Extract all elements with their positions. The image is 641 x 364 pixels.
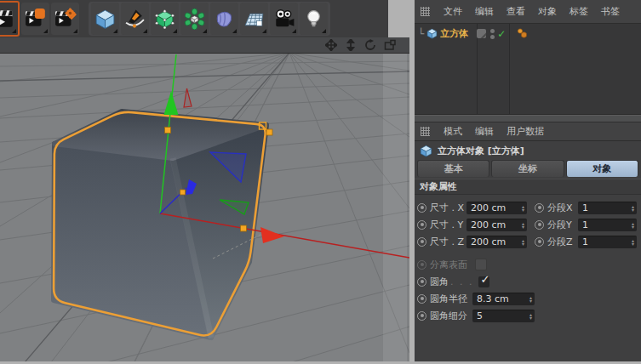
keyframe-knob[interactable] — [417, 220, 426, 230]
stepper-icon[interactable]: ▴▾ — [522, 222, 524, 229]
flyout-triangle — [173, 29, 177, 33]
handle-x[interactable] — [241, 225, 247, 231]
dolly-icon[interactable] — [345, 39, 357, 51]
add-deformer-button[interactable] — [210, 3, 238, 35]
keyframe-knob[interactable] — [535, 203, 544, 213]
panel-splitter[interactable] — [415, 115, 641, 122]
om-menu-tags[interactable]: 标签 — [569, 5, 588, 18]
size-y-field[interactable]: 200 cm ▴▾ — [466, 219, 527, 231]
keyframe-knob[interactable] — [417, 237, 426, 247]
add-array-button[interactable] — [180, 3, 209, 35]
add-spline-button[interactable] — [121, 3, 149, 35]
pen-icon — [124, 9, 146, 30]
handle-corner[interactable] — [266, 129, 272, 135]
fillet-subdivision-field[interactable]: 5 ▴▾ — [472, 310, 535, 322]
size-z-field[interactable]: 200 cm ▴▾ — [466, 236, 527, 248]
om-menu-edit[interactable]: 编辑 — [475, 5, 494, 18]
keyframe-knob[interactable] — [417, 311, 426, 321]
segments-x-field[interactable]: 1 ▴▾ — [578, 202, 637, 214]
flyout-triangle — [12, 29, 16, 33]
field-value: 200 cm — [471, 236, 522, 247]
om-menu-object[interactable]: 对象 — [538, 5, 557, 18]
am-menu-mode[interactable]: 模式 — [444, 125, 462, 138]
handle-y[interactable] — [165, 128, 171, 134]
add-cube-button[interactable] — [91, 3, 119, 35]
property-row-fillet-subdivision: 圆角细分 5 ▴▾ — [415, 307, 641, 324]
visibility-dots[interactable] — [490, 29, 495, 39]
add-camera-button[interactable] — [270, 3, 298, 35]
attribute-manager-menubar: 模式 编辑 用户数据 — [415, 122, 641, 141]
grip-icon[interactable] — [420, 6, 431, 17]
label-dots: . . . — [450, 276, 473, 287]
segments-y-field[interactable]: 1 ▴▾ — [578, 219, 637, 231]
viewport-canvas[interactable] — [0, 54, 409, 361]
field-value: 1 — [582, 236, 632, 247]
stepper-icon[interactable]: ▴▾ — [529, 313, 532, 320]
render-settings-button[interactable] — [51, 3, 79, 35]
stepper-icon[interactable]: ▴▾ — [529, 296, 532, 303]
segments-z-field[interactable]: 1 ▴▾ — [578, 236, 637, 248]
size-x-field[interactable]: 200 cm ▴▾ — [466, 202, 527, 214]
keyframe-knob[interactable] — [417, 294, 426, 304]
keyframe-knob[interactable] — [535, 220, 544, 230]
blue-cube-icon — [94, 9, 116, 30]
render-to-picture-viewer-button[interactable] — [21, 3, 49, 35]
keyframe-knob[interactable] — [417, 203, 426, 213]
property-label: 尺寸 . Z — [430, 236, 466, 248]
flyout-triangle — [232, 29, 237, 33]
axis-y-arrow[interactable] — [164, 91, 179, 115]
property-label: 分段Y — [547, 219, 578, 231]
stepper-icon[interactable]: ▴▾ — [522, 205, 524, 212]
keyframe-knob[interactable] — [535, 237, 544, 247]
object-tree[interactable]: └ 立方体 ✓ — [415, 24, 641, 115]
toggle-view-icon[interactable] — [384, 39, 396, 51]
object-manager-menubar: 文件 编辑 查看 对象 标签 书签 — [415, 0, 641, 24]
handle-z[interactable] — [180, 190, 186, 195]
pan-icon[interactable] — [325, 39, 337, 51]
section-title: 对象属性 — [420, 180, 457, 193]
object-name[interactable]: 立方体 — [440, 27, 468, 40]
stepper-icon[interactable]: ▴▾ — [632, 239, 634, 246]
section-object-properties[interactable]: 对象属性 — [415, 179, 641, 195]
stepper-icon[interactable]: ▴▾ — [522, 239, 524, 246]
property-label: 圆角半径 — [430, 293, 472, 305]
stepper-icon[interactable]: ▴▾ — [632, 222, 634, 229]
tree-branch: └ — [418, 28, 424, 40]
render-view-button[interactable] — [0, 1, 20, 37]
viewport-header-bar — [0, 37, 409, 54]
flyout-triangle — [43, 29, 48, 33]
am-menu-edit[interactable]: 编辑 — [475, 125, 494, 138]
property-label: 分段Z — [547, 236, 578, 248]
fillet-checkbox[interactable]: ✓ — [478, 276, 489, 287]
fillet-radius-field[interactable]: 8.3 cm ▴▾ — [472, 293, 535, 305]
cube-object-icon — [426, 28, 438, 39]
property-label: 尺寸 . X — [430, 202, 466, 214]
cube-object[interactable] — [54, 111, 266, 338]
add-light-button[interactable] — [300, 3, 328, 35]
grip-icon[interactable] — [420, 126, 431, 137]
tab-object[interactable]: 对象 — [566, 160, 638, 177]
light-bulb-icon — [303, 9, 324, 30]
display-toggle[interactable] — [477, 29, 486, 38]
stepper-icon[interactable]: ▴▾ — [632, 205, 634, 212]
om-menu-file[interactable]: 文件 — [444, 5, 462, 18]
purple-deformer-icon — [214, 9, 235, 30]
add-generator-button[interactable] — [151, 3, 179, 35]
rotate-icon[interactable] — [364, 39, 376, 51]
axis-x-arrow[interactable] — [260, 227, 284, 243]
add-floor-button[interactable] — [240, 3, 268, 35]
viewport[interactable] — [0, 54, 409, 361]
tab-basic[interactable]: 基本 — [417, 160, 489, 177]
am-menu-userdata[interactable]: 用户数据 — [507, 125, 544, 138]
green-cube-icon — [154, 9, 175, 30]
property-row-size-x: 尺寸 . X 200 cm ▴▾ 分段X 1 ▴▾ — [415, 199, 641, 216]
tab-coordinates[interactable]: 坐标 — [491, 160, 564, 177]
phong-tag-icon[interactable] — [516, 27, 529, 40]
keyframe-knob[interactable] — [417, 277, 426, 287]
om-menu-view[interactable]: 查看 — [507, 5, 525, 18]
om-menu-bookmarks[interactable]: 书签 — [601, 5, 620, 18]
enable-toggle[interactable]: ✓ — [497, 28, 506, 40]
property-row-fillet-radius: 圆角半径 8.3 cm ▴▾ — [415, 290, 641, 307]
object-row-cube[interactable]: └ 立方体 ✓ — [418, 26, 638, 41]
floor-grid-icon — [243, 9, 265, 30]
